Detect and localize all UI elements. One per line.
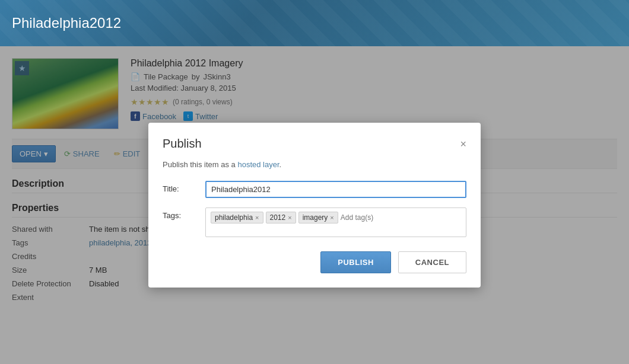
title-label: Title: — [163, 181, 198, 193]
modal-overlay: Publish × Publish this item as a hosted … — [0, 46, 629, 364]
modal-cancel-button[interactable]: CANCEL — [398, 251, 466, 273]
modal-subtitle-period: . — [279, 160, 282, 169]
hosted-layer-text: hosted layer — [237, 160, 279, 169]
tag-label: imagery — [303, 213, 328, 222]
tag-label: 2012 — [270, 213, 286, 222]
modal-title: Publish — [163, 137, 202, 151]
tag-label: philadelphia — [215, 213, 253, 222]
tags-form-group: Tags: philadelphia × 2012 × imagery × — [163, 207, 466, 237]
tags-label: Tags: — [163, 207, 198, 220]
tag-remove-imagery[interactable]: × — [330, 215, 333, 221]
page-title: Philadelphia2012 — [12, 15, 121, 31]
tag-remove-2012[interactable]: × — [288, 215, 291, 221]
modal-header: Publish × — [163, 137, 466, 151]
modal-close-button[interactable]: × — [460, 139, 466, 149]
main-content: ★ Philadelphia 2012 Imagery 📄 Tile Packa… — [0, 46, 629, 364]
tag-philadelphia: philadelphia × — [211, 212, 263, 223]
modal-publish-button[interactable]: PUBLISH — [320, 251, 391, 273]
tag-imagery: imagery × — [298, 212, 338, 223]
tag-input[interactable] — [341, 212, 430, 223]
title-form-group: Title: — [163, 181, 466, 198]
title-input[interactable] — [205, 181, 466, 198]
hosted-layer-link[interactable]: hosted layer — [237, 160, 279, 169]
modal-subtitle: Publish this item as a hosted layer. — [163, 160, 466, 169]
tag-remove-philadelphia[interactable]: × — [255, 215, 259, 221]
tag-2012: 2012 × — [266, 212, 296, 223]
tags-container[interactable]: philadelphia × 2012 × imagery × — [205, 207, 466, 237]
modal-footer: PUBLISH CANCEL — [163, 251, 466, 273]
page-header: Philadelphia2012 — [0, 0, 629, 46]
modal-subtitle-text: Publish this item as a — [163, 160, 236, 169]
publish-modal: Publish × Publish this item as a hosted … — [148, 123, 481, 288]
